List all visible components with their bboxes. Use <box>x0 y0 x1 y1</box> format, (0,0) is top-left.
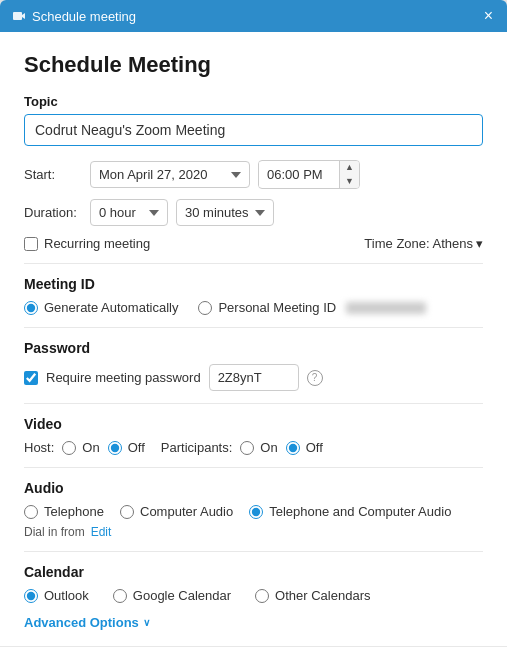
close-button[interactable]: × <box>482 8 495 24</box>
personal-id-radio[interactable] <box>198 301 212 315</box>
require-password-checkbox[interactable] <box>24 371 38 385</box>
video-title: Video <box>24 416 483 432</box>
password-section: Password Require meeting password ? <box>24 340 483 391</box>
calendar-title: Calendar <box>24 564 483 580</box>
app-icon <box>12 9 26 23</box>
dial-in-row: Dial in from Edit <box>24 525 483 539</box>
other-calendars-text: Other Calendars <box>275 588 370 603</box>
duration-hour-select[interactable]: 0 hour 1 hour 2 hours <box>90 199 168 226</box>
google-calendar-label[interactable]: Google Calendar <box>113 588 231 603</box>
dial-in-text: Dial in from <box>24 525 85 539</box>
participants-on-text: On <box>260 440 277 455</box>
host-off-radio[interactable] <box>108 441 122 455</box>
host-on-label[interactable]: On <box>62 440 99 455</box>
duration-label: Duration: <box>24 205 82 220</box>
svg-marker-1 <box>22 13 25 19</box>
meeting-id-title: Meeting ID <box>24 276 483 292</box>
outlook-label[interactable]: Outlook <box>24 588 89 603</box>
recurring-checkbox[interactable] <box>24 237 38 251</box>
participants-off-text: Off <box>306 440 323 455</box>
video-section: Video Host: On Off Participants: <box>24 416 483 455</box>
topic-label: Topic <box>24 94 483 109</box>
start-date-select[interactable]: Mon April 27, 2020 <box>90 161 250 188</box>
audio-title: Audio <box>24 480 483 496</box>
advanced-options-chevron: ∨ <box>143 617 150 628</box>
both-audio-label[interactable]: Telephone and Computer Audio <box>249 504 451 519</box>
timezone-selector[interactable]: Time Zone: Athens ▾ <box>364 236 483 251</box>
meeting-id-section: Meeting ID Generate Automatically Person… <box>24 276 483 315</box>
advanced-options-row[interactable]: Advanced Options ∨ <box>24 615 483 630</box>
divider-2 <box>24 327 483 328</box>
password-help-icon[interactable]: ? <box>307 370 323 386</box>
other-calendars-radio[interactable] <box>255 589 269 603</box>
topic-input[interactable] <box>24 114 483 146</box>
recurring-timezone-row: Recurring meeting Time Zone: Athens ▾ <box>24 236 483 251</box>
svg-rect-0 <box>13 12 22 20</box>
host-label: Host: <box>24 440 54 455</box>
participants-on-label[interactable]: On <box>240 440 277 455</box>
participants-group: Participants: On Off <box>161 440 323 455</box>
host-on-text: On <box>82 440 99 455</box>
time-input-wrap: ▲ ▼ <box>258 160 360 189</box>
page-title: Schedule Meeting <box>24 52 483 78</box>
main-content: Schedule Meeting Topic Start: Mon April … <box>0 32 507 646</box>
computer-audio-text: Computer Audio <box>140 504 233 519</box>
telephone-label[interactable]: Telephone <box>24 504 104 519</box>
recurring-label: Recurring meeting <box>44 236 150 251</box>
other-calendars-label[interactable]: Other Calendars <box>255 588 370 603</box>
personal-id-label[interactable]: Personal Meeting ID <box>198 300 426 315</box>
personal-id-text: Personal Meeting ID <box>218 300 336 315</box>
audio-section: Audio Telephone Computer Audio Telephone… <box>24 480 483 539</box>
advanced-options-label: Advanced Options <box>24 615 139 630</box>
telephone-radio[interactable] <box>24 505 38 519</box>
outlook-text: Outlook <box>44 588 89 603</box>
duration-row: Duration: 0 hour 1 hour 2 hours 0 minute… <box>24 199 483 226</box>
start-row: Start: Mon April 27, 2020 ▲ ▼ <box>24 160 483 189</box>
timezone-label: Time Zone: Athens <box>364 236 473 251</box>
participants-label: Participants: <box>161 440 233 455</box>
computer-audio-label[interactable]: Computer Audio <box>120 504 233 519</box>
generate-auto-text: Generate Automatically <box>44 300 178 315</box>
time-down-button[interactable]: ▼ <box>340 175 359 189</box>
start-label: Start: <box>24 167 82 182</box>
video-row: Host: On Off Participants: On <box>24 440 483 455</box>
calendar-radio-group: Outlook Google Calendar Other Calendars <box>24 588 483 603</box>
generate-auto-label[interactable]: Generate Automatically <box>24 300 178 315</box>
host-off-text: Off <box>128 440 145 455</box>
audio-radio-group: Telephone Computer Audio Telephone and C… <box>24 504 483 519</box>
host-on-radio[interactable] <box>62 441 76 455</box>
participants-off-radio[interactable] <box>286 441 300 455</box>
telephone-text: Telephone <box>44 504 104 519</box>
calendar-section: Calendar Outlook Google Calendar Other C… <box>24 564 483 603</box>
divider-3 <box>24 403 483 404</box>
schedule-meeting-window: Schedule meeting × Schedule Meeting Topi… <box>0 0 507 648</box>
title-bar-left: Schedule meeting <box>12 9 136 24</box>
edit-link[interactable]: Edit <box>91 525 112 539</box>
password-input[interactable] <box>209 364 299 391</box>
recurring-checkbox-label[interactable]: Recurring meeting <box>24 236 150 251</box>
duration-minute-select[interactable]: 0 minutes 15 minutes 30 minutes 45 minut… <box>176 199 274 226</box>
both-audio-radio[interactable] <box>249 505 263 519</box>
start-time-input[interactable] <box>259 162 339 187</box>
personal-id-value <box>346 302 426 314</box>
outlook-radio[interactable] <box>24 589 38 603</box>
host-off-label[interactable]: Off <box>108 440 145 455</box>
password-row: Require meeting password ? <box>24 364 483 391</box>
generate-auto-radio[interactable] <box>24 301 38 315</box>
host-group: Host: On Off <box>24 440 145 455</box>
time-spinners: ▲ ▼ <box>339 161 359 188</box>
participants-on-radio[interactable] <box>240 441 254 455</box>
google-calendar-radio[interactable] <box>113 589 127 603</box>
divider-4 <box>24 467 483 468</box>
divider-1 <box>24 263 483 264</box>
divider-5 <box>24 551 483 552</box>
password-title: Password <box>24 340 483 356</box>
meeting-id-radio-group: Generate Automatically Personal Meeting … <box>24 300 483 315</box>
title-bar: Schedule meeting × <box>0 0 507 32</box>
computer-audio-radio[interactable] <box>120 505 134 519</box>
topic-group: Topic <box>24 94 483 146</box>
time-up-button[interactable]: ▲ <box>340 161 359 175</box>
participants-off-label[interactable]: Off <box>286 440 323 455</box>
title-bar-title: Schedule meeting <box>32 9 136 24</box>
require-password-label: Require meeting password <box>46 370 201 385</box>
